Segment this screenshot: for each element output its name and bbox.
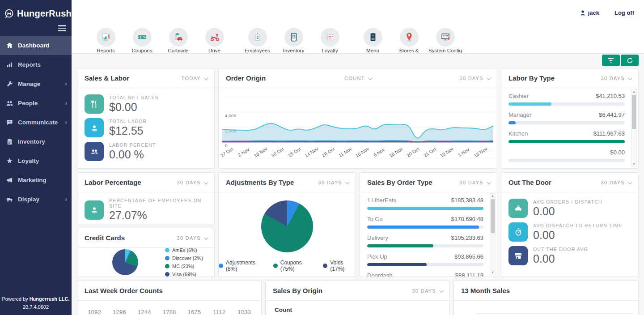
svg-text:25 Oct: 25 Oct [287,146,301,158]
toolbar-item-employees[interactable]: Employees [239,28,275,54]
left-column: Labor Percentage 30 DAYS PERCENTAGE OF E… [77,172,215,277]
range-dropdown[interactable]: TODAY [182,76,207,81]
svg-text:30 Oct: 30 Oct [271,146,285,158]
chevron-down-icon [345,180,350,184]
sidebar-item-dashboard[interactable]: Dashboard [0,36,72,55]
scrollbar[interactable]: ▲▼ [631,89,637,166]
stores-groups-icon [403,31,415,43]
scroll-down-icon[interactable]: ▼ [631,162,636,166]
toolbar-item-reports[interactable]: Reports [88,28,124,54]
sidebar-item-marketing[interactable]: Marketing [0,170,72,190]
scroll-up-icon[interactable]: ▲ [490,194,495,197]
sidebar-item-reports[interactable]: Reports [0,55,72,74]
scrollbar[interactable]: ▲▼ [490,193,496,275]
sidebar-item-communicate[interactable]: Communicate › [0,113,72,132]
kpi-label: LABOR PERCENT [109,142,156,148]
star-icon [6,158,13,164]
brand-logo: HungerRush [0,0,72,22]
person-badge-icon [89,123,99,133]
sidebar-item-inventory[interactable]: Inventory [0,132,72,151]
menu-icon [367,31,379,43]
taxi-icon [513,204,523,213]
sidebar-footer: Powered by Hungerrush LLC. 20.7.4.0602 [0,295,72,311]
chevron-right-icon: › [65,119,67,126]
list-item: Manager$6,441.97 [508,111,625,124]
card-13-month-sales: 13 Month Sales 1,000,000 [453,281,639,315]
wrench-icon [6,81,13,87]
svg-text:28 Oct: 28 Oct [321,146,335,158]
legend-item: Visa (69%) [165,272,203,277]
toolbar-item-menu[interactable]: Menu [355,28,391,54]
list-item: 1 UberEats$185,383.48 [367,197,483,210]
metric-dropdown[interactable]: COUNT [219,76,497,81]
svg-text:4,000: 4,000 [225,113,237,118]
scrollbar-thumb[interactable] [491,199,495,233]
person-badge-icon [89,205,99,215]
legend-item: Coupons (75%) [273,260,314,272]
toolbar-item-coupons[interactable]: $% Coupons [124,28,160,54]
card-last-week-order-counts: Last Week Order Counts 10921296124417881… [77,281,262,315]
kpi-label: AVG ORDERS / DISPATCH [533,199,602,204]
range-dropdown[interactable]: 30 DAYS [177,235,207,241]
card-sales-labor: Sales & Labor TODAY TOTAL NET SALES$0.00… [77,68,215,169]
legend-item: Discover (2%) [165,255,203,261]
kpi-value: 0.00 [533,252,588,265]
range-dropdown[interactable]: 30 DAYS [601,180,631,185]
dashboard-content: Sales & Labor TODAY TOTAL NET SALES$0.00… [72,54,644,315]
toolbar-item-drive[interactable]: Drive [196,28,233,54]
range-dropdown[interactable]: 30 DAYS [177,180,207,185]
credit-cards-pie-chart [112,249,138,275]
user-menu[interactable]: jack [580,9,599,16]
last-week-values: 1092129612441788167511121033 [77,301,261,315]
card-sales-by-origin: Sales By Origin 30 DAYS Count INSTORE ON… [265,281,450,315]
logoff-button[interactable]: Log off [614,9,634,16]
kpi-value: $0.00 [109,101,159,114]
kpi-value: 0.00 [533,229,623,242]
toolbar-item-system-config[interactable]: System Config [427,28,463,54]
range-dropdown[interactable]: 30 DAYS [601,76,631,81]
toolbar-item-curbside[interactable]: Curbside [160,28,196,54]
filter-icon [608,58,614,63]
legend-item: MC (23%) [165,264,203,269]
range-dropdown[interactable]: 30 DAYS [412,288,442,294]
company-name: Hungerrush LLC. [30,296,70,302]
scrollbar-thumb[interactable] [632,95,636,129]
scroll-up-icon[interactable]: ▲ [631,90,636,93]
sidebar-collapse-button[interactable] [0,22,72,36]
range-dropdown[interactable]: 30 DAYS [459,180,490,185]
kpi-label: AVG DISPATCH TO RETURN TIME [533,223,623,228]
toolbar-item-label: Curbside [168,48,188,54]
sidebar-item-people[interactable]: People › [0,94,72,113]
list-item: $0.00 [508,149,625,162]
svg-text:16 Nov: 16 Nov [253,146,269,158]
toolbar-item-label: Coupons [131,48,152,54]
toolbar-item-label: Drive [208,48,220,54]
sidebar-item-label: Dashboard [18,42,50,49]
dashboard-actions [77,55,639,67]
sidebar-item-display[interactable]: Display › [0,190,72,209]
kpi-avg-orders-dispatch: AVG ORDERS / DISPATCH0.00 [508,199,631,218]
kpi-avg-dispatch-return: AVG DISPATCH TO RETURN TIME0.00 [508,222,631,242]
svg-text:0: 0 [225,144,228,149]
sidebar-item-manage[interactable]: Manage › [0,74,72,94]
card-sales-by-order-type: Sales By Order Type 30 DAYS 1 UberEats$1… [360,172,497,277]
refresh-button[interactable] [621,55,639,66]
order-origin-chart: 4,0002,000027 Oct2 Nov16 Nov30 Oct25 Oct… [219,88,497,167]
filter-button[interactable] [602,55,620,66]
employees-icon [252,31,263,43]
sidebar-item-label: Inventory [18,138,45,145]
toolbar-item-label: Inventory [283,48,304,54]
toolbar-item-inventory[interactable]: Inventory [275,28,312,54]
scroll-down-icon[interactable]: ▼ [490,271,495,274]
svg-text:11 Nov: 11 Nov [338,146,353,158]
sidebar: HungerRush Dashboard Reports Manage › Pe… [0,0,72,315]
chevron-down-icon [487,180,491,184]
adjustments-pie-chart [261,200,313,252]
sidebar-item-loyalty[interactable]: Loyalty [0,151,72,170]
range-dropdown[interactable]: 30 DAYS [318,180,348,185]
kpi-out-the-door-avg: OUT THE DOOR AVG0.00 [508,246,631,265]
chevron-down-icon [204,76,208,80]
toolbar-item-loyalty[interactable]: Loyalty [312,28,348,54]
card-title: Sales & Labor [85,74,129,82]
toolbar-item-label: Employees [245,48,270,54]
